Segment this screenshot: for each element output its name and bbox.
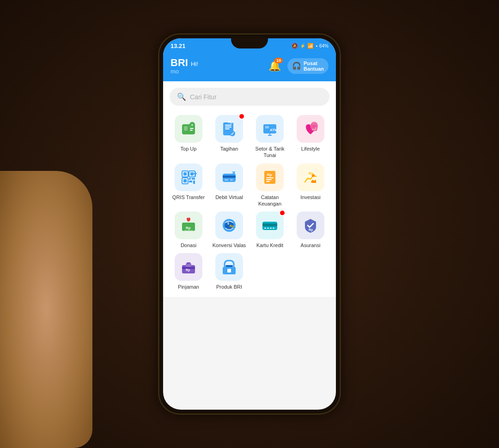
feature-item-topup[interactable]: + Top Up	[170, 115, 207, 159]
svg-text:Rp: Rp	[309, 171, 314, 176]
feature-item-setor[interactable]: ATM Setor & Tarik Tunai	[251, 115, 289, 159]
feature-icon-debit	[215, 163, 243, 191]
status-bar: 13.21 🔕 ⚡ 📶 ▪ 64%	[163, 38, 336, 53]
svg-text:ATM: ATM	[270, 128, 278, 132]
phone-frame: 13.21 🔕 ⚡ 📶 ▪ 64% BRI Hi! mo	[159, 35, 340, 413]
help-label: Pusat Bantuan	[304, 61, 324, 72]
feature-icon-topup: +	[175, 115, 202, 143]
feature-icon-wrap-qris	[175, 163, 202, 191]
feature-badge-kartu	[279, 210, 286, 216]
feature-icon-wrap-tagihan: ✓ Rp	[215, 115, 243, 143]
feature-icon-wrap-asuransi: Rp	[297, 212, 324, 239]
svg-rect-34	[230, 179, 233, 181]
feature-item-debit[interactable]: Debit Virtual	[210, 163, 248, 207]
svg-rect-1	[184, 126, 188, 131]
feature-item-tagihan[interactable]: ✓ Rp Tagihan	[210, 115, 248, 159]
feature-label-pinjaman: Pinjaman	[178, 284, 199, 290]
feature-item-konversi[interactable]: $ Rp Konversi Valas	[210, 212, 248, 248]
svg-text:✓: ✓	[231, 131, 234, 136]
bri-name: BRI	[170, 57, 188, 69]
feature-item-lifestyle[interactable]: Lifestyle	[292, 115, 329, 159]
headset-icon: 🎧	[292, 61, 301, 70]
svg-rect-54	[273, 228, 274, 229]
svg-rect-10	[225, 128, 230, 129]
feature-icon-investasi: Rp	[297, 163, 324, 191]
feature-icon-lifestyle	[297, 115, 324, 143]
svg-rect-44	[184, 230, 193, 231]
svg-rect-51	[264, 228, 266, 229]
svg-text:Rp: Rp	[230, 224, 234, 228]
feature-badge-tagihan	[238, 113, 245, 120]
feature-icon-wrap-lifestyle	[297, 115, 324, 143]
feature-icon-wrap-catatan: Rp	[256, 163, 284, 191]
feature-grid: + Top Up ✓ Rp Tagihan ATM Setor & Tarik …	[170, 115, 329, 291]
svg-rect-28	[192, 178, 195, 180]
notification-badge: 19	[274, 58, 283, 63]
main-content: 🔍 Cari Fitur + Top Up ✓ Rp Tagihan ATM S…	[163, 81, 336, 297]
svg-rect-30	[193, 181, 195, 184]
feature-label-donasi: Donasi	[181, 242, 196, 248]
svg-rect-38	[266, 179, 272, 180]
feature-item-pinjaman[interactable]: Rp Pinjaman	[170, 253, 207, 290]
status-time: 13.21	[170, 42, 186, 49]
svg-rect-58	[187, 262, 190, 264]
svg-text:Rp: Rp	[309, 228, 313, 232]
feature-item-kartu[interactable]: Kartu Kredit	[251, 212, 289, 248]
svg-rect-33	[225, 179, 228, 181]
notch	[231, 38, 268, 48]
feature-icon-produk	[215, 253, 243, 281]
search-placeholder-text: Cari Fitur	[190, 93, 217, 101]
status-icons: 🔕 ⚡ 📶 ▪ 64%	[292, 43, 329, 49]
svg-rect-52	[267, 228, 269, 229]
notification-button[interactable]: 🔔 19	[266, 58, 283, 74]
search-icon: 🔍	[177, 92, 186, 101]
svg-text:+: +	[191, 123, 193, 127]
svg-rect-53	[270, 228, 272, 229]
feature-item-qris[interactable]: QRIS Transfer	[170, 163, 207, 207]
feature-label-catatan: Catatan Keuangan	[251, 194, 289, 207]
feature-icon-donasi: Rp	[175, 212, 202, 239]
help-button[interactable]: 🎧 Pusat Bantuan	[287, 58, 329, 74]
signal-icon: ▪	[316, 43, 317, 48]
feature-icon-wrap-konversi: $ Rp	[215, 212, 243, 239]
phone-screen: 13.21 🔕 ⚡ 📶 ▪ 64% BRI Hi! mo	[163, 38, 336, 410]
feature-label-produk: Produk BRI	[216, 284, 242, 290]
svg-rect-8	[225, 125, 231, 126]
feature-icon-wrap-pinjaman: Rp	[175, 253, 202, 281]
feature-item-donasi[interactable]: Rp Donasi	[170, 212, 207, 248]
feature-item-catatan[interactable]: Rp Catatan Keuangan	[251, 163, 289, 207]
feature-label-qris: QRIS Transfer	[172, 194, 205, 200]
battery-icon: 64%	[319, 43, 329, 48]
feature-icon-wrap-debit	[215, 163, 243, 191]
feature-icon-tagihan: ✓ Rp	[215, 115, 243, 143]
feature-label-konversi: Konversi Valas	[213, 242, 246, 248]
svg-rect-26	[183, 179, 187, 182]
mute-icon: 🔕	[292, 43, 298, 49]
svg-text:$: $	[227, 222, 229, 225]
feature-item-investasi[interactable]: Rp Investasi	[292, 163, 329, 207]
feature-icon-setor: ATM	[256, 115, 284, 143]
svg-rect-32	[223, 176, 236, 178]
search-bar[interactable]: 🔍 Cari Fitur	[170, 88, 329, 106]
svg-rect-63	[225, 265, 233, 267]
wifi-icon: 📶	[307, 43, 314, 49]
feature-icon-wrap-investasi: Rp	[297, 163, 324, 191]
feature-item-asuransi[interactable]: Rp Asuransi	[292, 212, 329, 248]
feature-item-produk[interactable]: Produk BRI	[210, 253, 248, 290]
feature-icon-kartu	[256, 212, 284, 239]
svg-rect-62	[227, 269, 231, 272]
svg-text:Rp: Rp	[228, 121, 232, 124]
svg-rect-20	[311, 123, 317, 131]
bri-logo: BRI Hi! mo	[170, 57, 198, 75]
svg-text:Rp: Rp	[267, 173, 272, 177]
app-header: BRI Hi! mo 🔔 19 🎧 Pusat Bantuan	[163, 53, 336, 81]
feature-label-topup: Top Up	[181, 145, 197, 152]
bri-sub: mo	[170, 68, 198, 75]
svg-text:Rp: Rp	[186, 268, 190, 272]
bri-greeting: Hi!	[191, 61, 198, 67]
svg-rect-22	[183, 172, 187, 176]
feature-label-investasi: Investasi	[300, 194, 320, 200]
feature-icon-wrap-produk	[215, 253, 243, 281]
feature-label-lifestyle: Lifestyle	[301, 145, 320, 152]
feature-icon-catatan: Rp	[256, 163, 284, 191]
